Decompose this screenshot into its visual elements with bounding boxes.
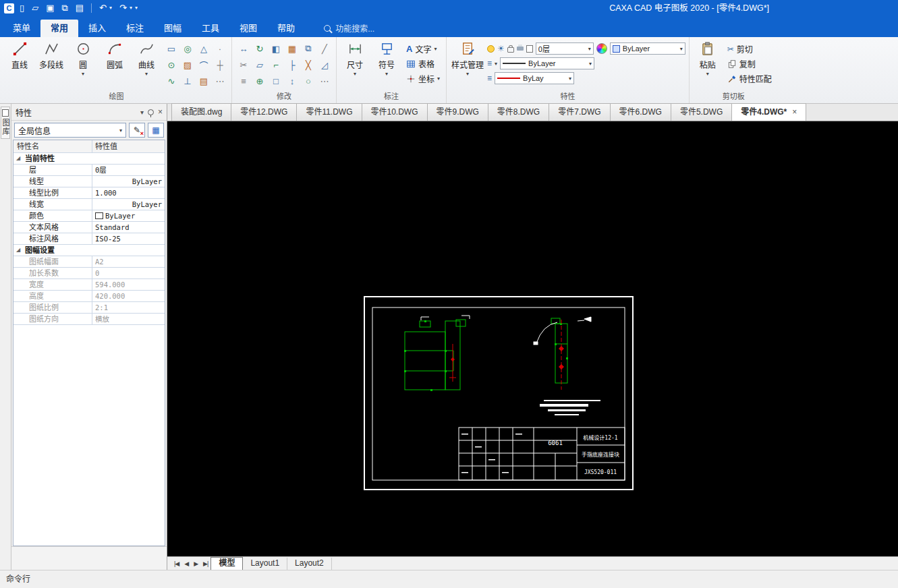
library-palette-tab[interactable]: 图库 [1, 107, 10, 139]
pin-icon[interactable] [148, 109, 154, 115]
layout1-tab[interactable]: Layout1 [243, 558, 287, 570]
print-icon[interactable]: ▤ [76, 0, 84, 16]
doc-tab[interactable]: 零件5.DWG [671, 103, 732, 121]
layer-plot-icon[interactable] [517, 47, 524, 51]
point-icon[interactable]: ∙ [212, 40, 228, 57]
circle-button[interactable]: 圆 ▾ [68, 38, 98, 77]
rotate-icon[interactable]: ↻ [252, 40, 268, 57]
align-icon[interactable]: ↕ [284, 73, 300, 89]
mirror-icon[interactable]: ◧ [268, 40, 284, 57]
property-row-scale[interactable]: 图纸比例 2:1 [13, 302, 165, 314]
arc-button[interactable]: 圆弧 [100, 38, 130, 70]
property-row-orientation[interactable]: 图纸方向 横放 [13, 314, 165, 325]
doc-tab[interactable]: 装配图.dwg [171, 103, 231, 121]
command-bar[interactable]: 命令行 [0, 570, 898, 588]
dimension-dropdown-icon[interactable]: ▾ [354, 71, 356, 77]
donut-icon[interactable]: ⊙ [163, 57, 179, 73]
clear-selection-button[interactable]: ✎ × [129, 123, 145, 138]
property-row-linetype[interactable]: 线型 ByLayer [13, 176, 165, 187]
table-button[interactable]: 表格 [403, 57, 443, 70]
doc-tab[interactable]: 零件12.DWG [231, 103, 297, 121]
dimension-button[interactable]: 尺寸 ▾ [340, 38, 370, 77]
move-icon[interactable]: ↔ [235, 40, 252, 57]
line-button[interactable]: 直线 [5, 38, 34, 70]
layer-list-dropdown-icon[interactable]: ▾ [495, 61, 497, 67]
expand-icon[interactable]: ◢ [13, 245, 23, 256]
perpendicular-icon[interactable]: ⊥ [179, 73, 196, 89]
color-select[interactable]: ByLayer ▾ [610, 42, 685, 55]
copy-button[interactable]: 复制 [725, 57, 775, 70]
drawing-canvas[interactable]: 6061 机械设计12-1 手指底座连接块 JXS520-011 [167, 121, 898, 556]
menu-tab-home[interactable]: 常用 [40, 20, 78, 37]
doc-tab[interactable]: 零件8.DWG [488, 103, 549, 121]
match-properties-button[interactable]: 特性匹配 [725, 72, 775, 85]
text-button[interactable]: A 文字 ▾ [403, 42, 443, 55]
undo-icon[interactable]: ↶ [99, 0, 107, 16]
centerline-icon[interactable]: ┼ [212, 57, 228, 73]
layer-new-icon[interactable] [526, 45, 533, 53]
arc-tool-icon[interactable]: ⌒ [196, 57, 212, 73]
delete-icon[interactable]: ╳ [300, 57, 316, 73]
property-row-color[interactable]: 颜色 ByLayer [13, 210, 165, 222]
style-manager-dropdown-icon[interactable]: ▾ [466, 71, 469, 77]
concentric-circle-icon[interactable]: ◎ [179, 40, 196, 57]
lineweight-icon[interactable]: ≡ [487, 74, 492, 83]
array-icon[interactable]: ▦ [284, 40, 300, 57]
new-document-icon[interactable]: ▯ [20, 0, 24, 16]
next-tab-icon[interactable]: ▶ [194, 560, 198, 567]
property-row-ltscale[interactable]: 线型比例 1.000 [13, 187, 165, 199]
extend-icon[interactable]: ⌐ [268, 57, 284, 73]
undo-dropdown-icon[interactable]: ▾ [109, 0, 112, 16]
first-tab-icon[interactable]: |◀ [174, 560, 179, 567]
doc-tab[interactable]: 零件9.DWG [427, 103, 488, 121]
property-row-dimstyle[interactable]: 标注风格 ISO-25 [13, 233, 165, 245]
wave-line-icon[interactable]: ∿ [163, 73, 179, 89]
property-row-extension[interactable]: 加长系数 0 [13, 268, 165, 279]
model-tab[interactable]: 模型 [211, 557, 243, 570]
last-tab-icon[interactable]: ▶| [203, 560, 208, 567]
menu-tab-view[interactable]: 视图 [229, 20, 267, 37]
spline-button[interactable]: 曲线 ▾ [132, 38, 161, 77]
coordinate-button[interactable]: 坐标 ▾ [403, 72, 443, 85]
menu-tab-tools[interactable]: 工具 [192, 20, 229, 37]
property-row-layer[interactable]: 层 0层 [13, 165, 165, 176]
offset-icon[interactable]: ▱ [252, 57, 268, 73]
trim-icon[interactable]: ✂ [235, 57, 252, 73]
save-icon[interactable]: ▣ [46, 0, 54, 16]
property-row-lineweight[interactable]: 线宽 ByLayer [13, 199, 165, 210]
hatch-icon[interactable]: ▨ [179, 57, 196, 73]
panel-close-icon[interactable]: × [158, 107, 163, 117]
redo-dropdown-icon[interactable]: ▾ [130, 0, 132, 16]
property-row-width[interactable]: 宽度 594.000 [13, 279, 165, 291]
property-row-textstyle[interactable]: 文本风格 Standard [13, 222, 165, 233]
menu-tab-annotate[interactable]: 标注 [116, 20, 154, 37]
menu-tab-sheet[interactable]: 图幅 [154, 20, 192, 37]
circle-dropdown-icon[interactable]: ▾ [82, 71, 84, 77]
property-row-height[interactable]: 高度 420.000 [13, 291, 165, 302]
expand-icon[interactable]: ◢ [13, 153, 23, 164]
function-search[interactable]: 功能搜索... [324, 22, 374, 34]
lineweight-select[interactable]: ByLay ▾ [495, 72, 574, 84]
panel-menu-icon[interactable]: ▾ [140, 109, 144, 116]
redo-icon[interactable]: ↷ [119, 0, 127, 16]
break-icon[interactable]: ├ [284, 57, 300, 73]
stretch-icon[interactable]: ╱ [316, 40, 333, 57]
quick-select-button[interactable]: ▦ [148, 123, 164, 138]
layout2-tab[interactable]: Layout2 [287, 558, 332, 570]
coordinate-dropdown-icon[interactable]: ▾ [437, 76, 440, 82]
style-manager-button[interactable]: 样式管理 ▾ [450, 38, 485, 77]
cut-button[interactable]: ✂ 剪切 [725, 42, 775, 55]
paste-button[interactable]: 粘贴 ▾ [693, 38, 723, 77]
rectangle-icon[interactable]: ▭ [163, 40, 179, 57]
doc-tab[interactable]: 零件11.DWG [296, 103, 362, 121]
polygon-icon[interactable]: △ [196, 40, 212, 57]
copy-object-icon[interactable]: ⧉ [300, 40, 316, 57]
save-all-icon[interactable]: ⧉ [61, 0, 67, 16]
customize-toolbar-icon[interactable]: ▾ [135, 0, 138, 16]
text-dropdown-icon[interactable]: ▾ [434, 46, 437, 52]
property-group-row[interactable]: ◢ 图幅设置 [13, 245, 165, 256]
menu-tab-main[interactable]: 菜单 [3, 20, 40, 37]
layer-lock-icon[interactable] [507, 47, 514, 53]
symbol-button[interactable]: 符号 ▾ [372, 38, 401, 77]
scale-icon[interactable]: □ [268, 73, 284, 89]
